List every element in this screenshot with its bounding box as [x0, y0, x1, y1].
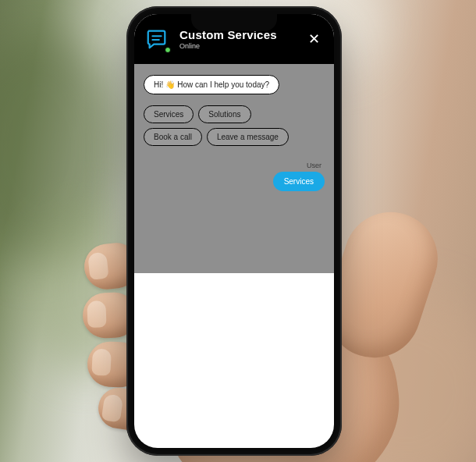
- wave-emoji: 👋: [165, 80, 175, 89]
- close-icon: ✕: [308, 32, 320, 46]
- phone-frame: Custom Services Online ✕ Hi! 👋 How can I…: [126, 6, 342, 456]
- close-button[interactable]: ✕: [304, 30, 323, 48]
- bot-message-text-prefix: Hi!: [154, 80, 163, 89]
- quick-reply-leave-a-message[interactable]: Leave a message: [207, 128, 289, 146]
- quick-reply-services[interactable]: Services: [144, 105, 194, 123]
- chat-body: Hi! 👋 How can I help you today? Services…: [134, 64, 334, 273]
- bot-message: Hi! 👋 How can I help you today?: [144, 75, 279, 94]
- presence-indicator: [165, 47, 171, 53]
- quick-reply-solutions[interactable]: Solutions: [198, 105, 250, 123]
- quick-replies: Services Solutions Book a call Leave a m…: [144, 105, 310, 146]
- quick-reply-book-a-call[interactable]: Book a call: [144, 128, 202, 146]
- phone-notch: [191, 14, 277, 31]
- phone-screen: Custom Services Online ✕ Hi! 👋 How can I…: [134, 14, 334, 448]
- chat-icon: [144, 26, 170, 52]
- user-message: Services: [273, 172, 325, 191]
- chat-status: Online: [179, 42, 277, 50]
- user-message-text: Services: [284, 177, 314, 186]
- bot-message-text-suffix: How can I help you today?: [177, 80, 269, 89]
- chat-widget: Custom Services Online ✕ Hi! 👋 How can I…: [134, 14, 334, 273]
- user-message-block: User Services: [273, 162, 325, 191]
- user-label: User: [307, 162, 325, 169]
